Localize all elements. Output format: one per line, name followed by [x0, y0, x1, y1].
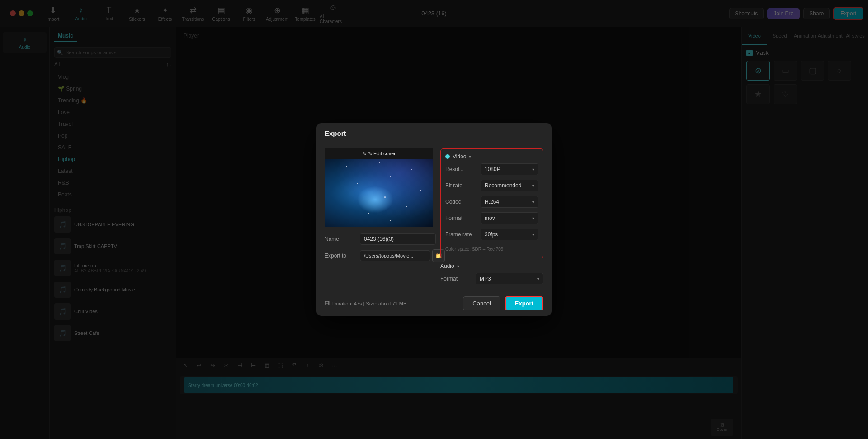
setting-row-name: Name — [325, 233, 433, 245]
modal-header: Export — [316, 123, 552, 142]
audio-section: Audio ▾ Format MP3 ▾ — [440, 263, 543, 284]
modal-settings: Video ▾ Resol... 1080P ▾ Bit rate Recom — [440, 148, 543, 284]
chevron-down-icon: ▾ — [532, 200, 534, 205]
export-button[interactable]: Export — [505, 296, 543, 310]
stars-decoration — [325, 159, 433, 227]
audio-format-label: Format — [440, 276, 472, 282]
name-row: Name Export to 📁 — [325, 233, 433, 262]
film-icon: 🎞 — [325, 301, 330, 306]
path-row: 📁 — [360, 249, 445, 262]
audio-section-header[interactable]: Audio ▾ — [440, 263, 543, 269]
bitrate-label: Bit rate — [445, 182, 477, 189]
name-label: Name — [325, 236, 356, 242]
setting-row-export-to: Export to 📁 — [325, 249, 433, 262]
framerate-row: Frame rate 30fps ▾ — [445, 229, 538, 240]
chevron-down-icon: ▾ — [537, 277, 539, 282]
video-section: Video ▾ Resol... 1080P ▾ Bit rate Recom — [440, 148, 543, 258]
color-space-label: Color space: SDR – Rec.709 — [445, 245, 538, 253]
audio-format-dropdown[interactable]: MP3 ▾ — [476, 273, 543, 284]
footer-buttons: Cancel Export — [463, 296, 543, 310]
video-dot — [445, 154, 450, 159]
audio-section-label: Audio — [440, 263, 454, 269]
audio-format-row: Format MP3 ▾ — [440, 273, 543, 284]
edit-icon: ✎ — [362, 151, 366, 157]
name-input[interactable] — [360, 233, 436, 245]
modal-footer: 🎞 Duration: 47s | Size: about 71 MB Canc… — [316, 291, 552, 316]
codec-label: Codec — [445, 199, 477, 205]
chevron-down-icon: ▾ — [532, 183, 534, 188]
framerate-label: Frame rate — [445, 231, 477, 238]
codec-row: Codec H.264 ▾ — [445, 196, 538, 208]
bitrate-dropdown[interactable]: Recommended ▾ — [481, 180, 538, 191]
resolution-dropdown[interactable]: 1080P ▾ — [481, 163, 538, 175]
resolution-row: Resol... 1080P ▾ — [445, 163, 538, 175]
format-label: Format — [445, 215, 477, 221]
cover-preview-image — [325, 159, 433, 227]
video-section-label: Video — [453, 153, 466, 160]
export-to-label: Export to — [325, 253, 356, 259]
framerate-dropdown[interactable]: 30fps ▾ — [481, 229, 538, 240]
modal-preview: ✎ ✎ Edit cover — [325, 148, 433, 284]
bitrate-row: Bit rate Recommended ▾ — [445, 180, 538, 191]
resolution-label: Resol... — [445, 166, 477, 172]
audio-chevron-icon: ▾ — [457, 264, 459, 269]
cancel-button[interactable]: Cancel — [463, 296, 500, 310]
format-dropdown[interactable]: mov ▾ — [481, 212, 538, 224]
video-section-header[interactable]: Video ▾ — [445, 153, 538, 160]
modal-overlay: Export ✎ ✎ Edit cover — [0, 0, 868, 439]
video-chevron-icon: ▾ — [469, 154, 471, 159]
format-row: Format mov ▾ — [445, 212, 538, 224]
duration-info: 🎞 Duration: 47s | Size: about 71 MB — [325, 301, 406, 306]
codec-dropdown[interactable]: H.264 ▾ — [481, 196, 538, 208]
cover-edit-button[interactable]: ✎ ✎ Edit cover — [325, 148, 433, 159]
modal-body: ✎ ✎ Edit cover — [316, 142, 552, 291]
chevron-down-icon: ▾ — [532, 216, 534, 221]
export-path-input[interactable] — [360, 250, 430, 261]
export-modal: Export ✎ ✎ Edit cover — [316, 123, 552, 316]
chevron-down-icon: ▾ — [532, 232, 534, 237]
chevron-down-icon: ▾ — [532, 167, 534, 172]
